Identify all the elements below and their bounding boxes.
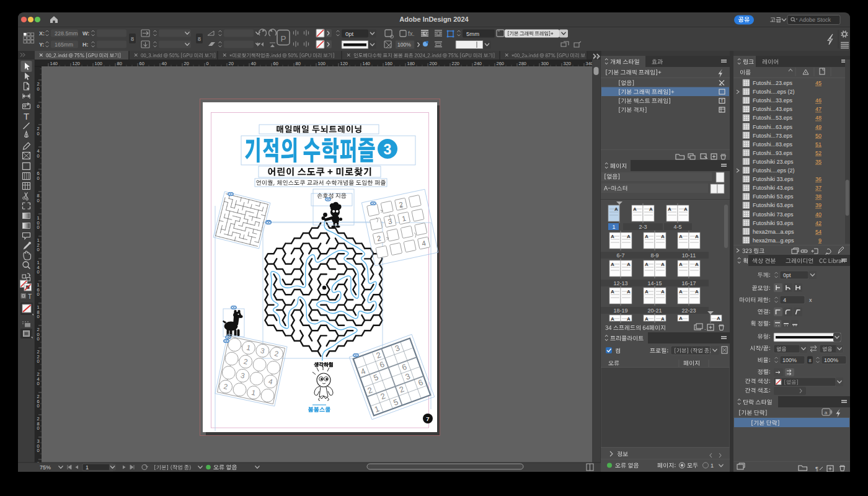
svg-text:47: 47	[815, 106, 822, 112]
svg-text:42: 42	[815, 220, 822, 226]
svg-text:1: 1	[86, 464, 89, 471]
svg-text:.: .	[704, 325, 706, 331]
svg-text:20-21: 20-21	[647, 308, 662, 314]
svg-text:Futoshiki 43.eps: Futoshiki 43.eps	[753, 185, 794, 191]
svg-text:228.5mm: 228.5mm	[55, 30, 78, 37]
svg-text:0: 0	[37, 269, 39, 275]
svg-text:48: 48	[815, 115, 822, 121]
svg-text:40: 40	[251, 61, 256, 66]
svg-text:0: 0	[37, 86, 39, 92]
svg-text:9: 9	[818, 237, 822, 244]
svg-text:A: A	[679, 262, 683, 267]
svg-text:1: 1	[711, 463, 714, 469]
svg-text:0: 0	[37, 448, 39, 453]
svg-text:54: 54	[815, 229, 822, 235]
svg-text:100%: 100%	[824, 357, 838, 363]
svg-text:A: A	[627, 234, 631, 239]
svg-text:100%: 100%	[397, 42, 411, 48]
svg-text:Futoshiki 93.eps: Futoshiki 93.eps	[753, 220, 794, 226]
svg-text:Futoshi...93.eps: Futoshi...93.eps	[753, 150, 793, 156]
svg-text:60: 60	[140, 61, 144, 66]
svg-text:50: 50	[815, 133, 822, 139]
svg-text:100%: 100%	[782, 357, 797, 363]
svg-text:Futoshiki 63.eps: Futoshiki 63.eps	[753, 202, 794, 208]
svg-text:A: A	[649, 206, 653, 212]
svg-text:A: A	[695, 234, 699, 239]
svg-text:Futoshi...63.eps: Futoshi...63.eps	[753, 124, 793, 130]
svg-text:12-13: 12-13	[613, 280, 627, 286]
svg-text:Futoshi...73.eps: Futoshi...73.eps	[753, 133, 793, 139]
svg-text:18-19: 18-19	[613, 308, 627, 314]
svg-text:A: A	[661, 289, 665, 294]
svg-text:A: A	[627, 316, 631, 322]
svg-text:Adobe InDesign 2024: Adobe InDesign 2024	[399, 16, 469, 23]
svg-text:A: A	[679, 289, 683, 294]
svg-text:75%: 75%	[40, 464, 51, 471]
svg-text:0: 0	[37, 336, 39, 342]
svg-text:80: 80	[117, 61, 122, 66]
svg-text:165mm: 165mm	[55, 42, 73, 48]
svg-text:Futoshiki 23.eps: Futoshiki 23.eps	[753, 159, 794, 165]
svg-text:40: 40	[815, 211, 822, 218]
svg-text:0: 0	[37, 247, 39, 252]
svg-text:A: A	[627, 262, 631, 267]
svg-text:A: A	[661, 234, 665, 239]
svg-text:35: 35	[815, 159, 822, 165]
svg-text:0: 0	[37, 314, 39, 319]
svg-text:A: A	[695, 262, 699, 267]
svg-text:37: 37	[815, 185, 822, 191]
svg-text:46: 46	[815, 97, 822, 104]
svg-text:80: 80	[296, 61, 301, 66]
svg-text:¶: ¶	[815, 466, 818, 472]
svg-text:T: T	[720, 99, 724, 103]
svg-text:5mm: 5mm	[466, 30, 479, 37]
svg-text:Futoshiki 73.eps: Futoshiki 73.eps	[753, 211, 794, 218]
svg-text:20: 20	[229, 61, 234, 66]
svg-text:A: A	[679, 316, 683, 321]
svg-text:A: A	[645, 234, 649, 239]
svg-text:A: A	[661, 316, 665, 322]
svg-text:8: 8	[808, 358, 812, 363]
svg-text:0pt: 0pt	[345, 30, 354, 37]
svg-text:A: A	[633, 206, 637, 212]
svg-text:10-11: 10-11	[682, 252, 696, 259]
svg-text:Futoshi....eps (2): Futoshi....eps (2)	[753, 167, 795, 174]
svg-text:20: 20	[184, 61, 189, 66]
svg-text:Futoshiki 53.eps: Futoshiki 53.eps	[753, 193, 794, 200]
svg-text:52: 52	[815, 150, 822, 156]
svg-text:A: A	[627, 289, 631, 294]
svg-text:Futoshi...83.eps: Futoshi...83.eps	[753, 141, 793, 148]
svg-text:14-15: 14-15	[647, 280, 662, 286]
svg-text:38: 38	[815, 193, 822, 200]
svg-text:8: 8	[198, 36, 201, 42]
svg-text:0: 0	[37, 381, 39, 386]
svg-text:7: 7	[426, 415, 429, 422]
svg-text:36: 36	[815, 176, 822, 182]
svg-text:3: 3	[384, 141, 392, 157]
svg-text:4-5: 4-5	[673, 224, 681, 230]
svg-text:0: 0	[37, 291, 39, 297]
svg-text:H:: H:	[82, 42, 89, 48]
svg-text:W:: W:	[82, 30, 89, 37]
svg-text:0: 0	[37, 153, 39, 159]
svg-text:Adobe Stock: Adobe Stock	[799, 17, 831, 23]
svg-text:49: 49	[815, 124, 822, 130]
svg-text:A: A	[684, 206, 688, 212]
svg-text:Futoshi...33.eps: Futoshi...33.eps	[753, 97, 793, 104]
svg-text:0: 0	[37, 175, 39, 181]
svg-text:A: A	[645, 262, 649, 267]
svg-text:P: P	[280, 34, 286, 43]
svg-text:Futoshiki 33.eps: Futoshiki 33.eps	[753, 176, 794, 182]
svg-text:Futoshi....eps (2): Futoshi....eps (2)	[753, 89, 795, 95]
svg-text:40: 40	[162, 61, 167, 66]
svg-text:A: A	[668, 206, 671, 212]
svg-text:51: 51	[815, 141, 822, 148]
svg-text:fx.: fx.	[408, 30, 415, 37]
svg-text:X:: X:	[39, 30, 45, 37]
svg-text:0: 0	[37, 224, 39, 230]
svg-text:hexa2ma...g.eps: hexa2ma...g.eps	[753, 237, 794, 244]
svg-text:16-17: 16-17	[681, 280, 696, 286]
svg-text:2-3: 2-3	[639, 224, 647, 230]
svg-text:T: T	[28, 293, 32, 300]
svg-text:A: A	[645, 289, 649, 294]
